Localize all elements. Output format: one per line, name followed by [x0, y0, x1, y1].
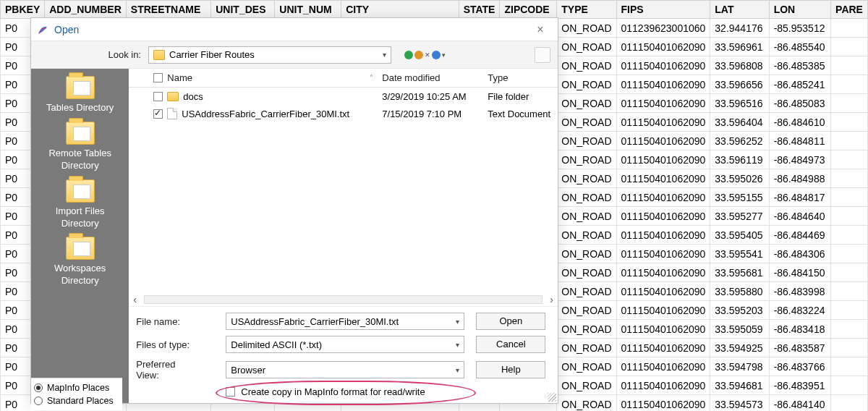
dialog-bottom: File name: USAddressFabric_CarrierFiber_… [129, 306, 558, 403]
nav-toolbar: ✕ ▾ [404, 51, 446, 59]
column-header[interactable]: STATE [459, 1, 500, 19]
chevron-down-icon: ▾ [456, 341, 459, 349]
file-checkbox[interactable] [153, 109, 163, 119]
scroll-left-icon[interactable]: ‹ [133, 294, 137, 305]
column-header[interactable]: PARE [831, 1, 868, 19]
prefview-field[interactable]: Browser ▾ [226, 361, 464, 378]
column-header[interactable]: FIPS [616, 1, 710, 19]
places-sidebar: Tables Directory Remote Tables Directory… [31, 69, 129, 403]
column-header[interactable]: ADD_NUMBER [45, 1, 127, 19]
header-date[interactable]: Date modified [378, 69, 483, 86]
lookin-label: Look in: [38, 49, 148, 60]
close-button[interactable]: × [530, 23, 550, 36]
titlebar: Open × [31, 18, 558, 41]
chevron-down-icon: ▾ [383, 51, 386, 59]
column-header[interactable]: LON [769, 1, 830, 19]
create-copy-row: Create copy in MapInfo format for read/w… [226, 386, 464, 397]
column-header[interactable]: PBKEY [1, 1, 45, 19]
folder-icon [66, 76, 95, 99]
header-name[interactable]: Name ˄ [149, 69, 378, 86]
header-type[interactable]: Type [483, 69, 555, 86]
folder-icon [66, 179, 95, 203]
scroll-right-icon[interactable]: › [550, 294, 553, 305]
mapinfo-places-radio[interactable]: MapInfo Places [34, 381, 119, 394]
folder-icon [66, 237, 95, 260]
file-row[interactable]: USAddressFabric_CarrierFiber_30MI.txt7/1… [129, 105, 558, 122]
lookin-value: Carrier Fiber Routes [169, 49, 255, 60]
standard-places-radio[interactable]: Standard Places [34, 394, 119, 407]
file-row[interactable]: docs3/29/2019 10:25 AMFile folder [129, 88, 558, 105]
file-list-header: Name ˄ Date modified Type [129, 69, 558, 88]
folder-icon [153, 50, 165, 60]
views-button[interactable] [535, 47, 550, 63]
resize-grip[interactable] [548, 393, 556, 402]
new-folder-icon[interactable] [432, 51, 441, 59]
filename-field[interactable]: USAddressFabric_CarrierFiber_30MI.txt ▾ [226, 313, 464, 330]
open-dialog: Open × Look in: Carrier Fiber Routes ▾ ✕… [30, 17, 558, 404]
chevron-down-icon: ▾ [456, 366, 459, 374]
folder-icon [167, 92, 179, 101]
column-header[interactable]: CITY [341, 1, 459, 19]
file-icon [167, 108, 177, 119]
chevron-down-icon: ▾ [456, 318, 459, 326]
sort-asc-icon: ˄ [370, 74, 373, 82]
places-selector: MapInfo Places Standard Places [31, 378, 122, 410]
back-icon[interactable] [404, 51, 413, 59]
lookin-row: Look in: Carrier Fiber Routes ▾ ✕ ▾ [31, 41, 558, 69]
sidebar-item-tables[interactable]: Tables Directory [35, 76, 124, 114]
column-header[interactable]: UNIT_DES [211, 1, 275, 19]
filename-label: File name: [136, 316, 226, 327]
delete-icon[interactable]: ✕ [425, 51, 430, 59]
dialog-body: Tables Directory Remote Tables Directory… [31, 69, 558, 403]
horizontal-scrollbar[interactable]: ‹ › [129, 293, 558, 306]
up-icon[interactable] [414, 51, 423, 59]
cancel-button[interactable]: Cancel [476, 336, 545, 353]
radio-icon [34, 384, 43, 392]
menu-caret-icon[interactable]: ▾ [442, 51, 446, 59]
file-list: docs3/29/2019 10:25 AMFile folderUSAddre… [129, 88, 558, 122]
file-list-panel: Name ˄ Date modified Type docs3/29/2019 … [129, 69, 558, 403]
file-checkbox[interactable] [153, 92, 163, 101]
column-header[interactable]: STREETNAME [126, 1, 210, 19]
dialog-title: Open [54, 24, 79, 35]
select-all-checkbox[interactable] [153, 73, 163, 82]
radio-icon [34, 397, 43, 405]
create-copy-label: Create copy in MapInfo format for read/w… [241, 386, 425, 397]
lookin-dropdown[interactable]: Carrier Fiber Routes ▾ [148, 46, 391, 64]
column-header[interactable]: TYPE [557, 1, 616, 19]
folder-icon [66, 122, 95, 145]
mapinfo-logo-icon [37, 24, 48, 35]
filetype-field[interactable]: Delimited ASCII (*.txt) ▾ [226, 336, 464, 353]
filetype-label: Files of type: [136, 339, 226, 350]
create-copy-checkbox[interactable] [226, 387, 235, 397]
column-header[interactable]: ZIPCODE [500, 1, 557, 19]
column-header[interactable]: LAT [710, 1, 769, 19]
prefview-label: Preferred View: [136, 359, 226, 381]
sidebar-item-workspaces[interactable]: Workspaces Directory [35, 237, 124, 287]
help-button[interactable]: Help [476, 361, 545, 378]
open-button[interactable]: Open [476, 313, 545, 330]
sidebar-item-remote-tables[interactable]: Remote Tables Directory [35, 122, 124, 172]
column-header[interactable]: UNIT_NUM [275, 1, 341, 19]
sidebar-item-import-files[interactable]: Import Files Directory [35, 179, 124, 230]
